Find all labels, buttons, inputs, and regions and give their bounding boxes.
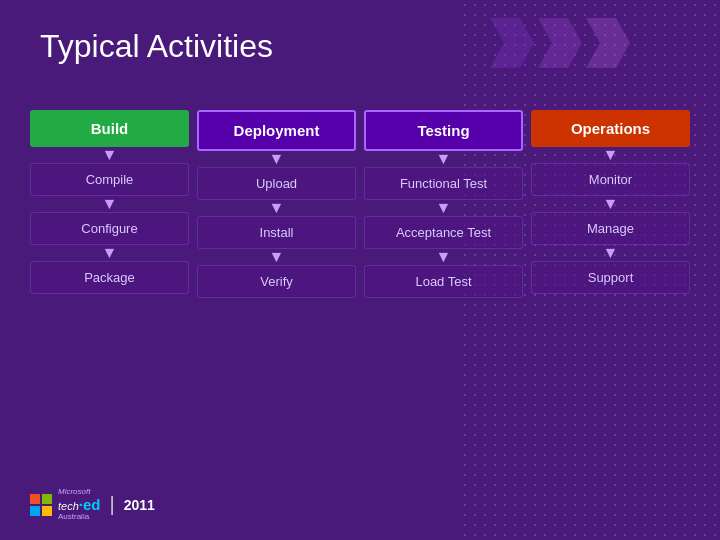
logo-region: Australia xyxy=(58,513,100,522)
logo-tech: tech xyxy=(58,500,79,512)
arrow-build-2: ▼ xyxy=(30,196,189,212)
arrow-testing-1: ▼ xyxy=(364,151,523,167)
header-testing: Testing xyxy=(364,110,523,151)
arrow-deploy-1: ▼ xyxy=(197,151,356,167)
header-operations: Operations xyxy=(531,110,690,147)
arrow-testing-2: ▼ xyxy=(364,200,523,216)
arrow-testing-3: ▼ xyxy=(364,249,523,265)
column-testing: Testing ▼ Functional Test ▼ Acceptance T… xyxy=(364,110,523,298)
arrow-deploy-2: ▼ xyxy=(197,200,356,216)
operations-item-2: Support xyxy=(531,261,690,294)
arrow-build-3: ▼ xyxy=(30,245,189,261)
arrow-build-1: ▼ xyxy=(30,147,189,163)
deployment-item-2: Verify xyxy=(197,265,356,298)
testing-item-1: Acceptance Test xyxy=(364,216,523,249)
arrow-deploy-3: ▼ xyxy=(197,249,356,265)
column-build: Build ▼ Compile ▼ Configure ▼ Package xyxy=(30,110,189,294)
build-item-2: Package xyxy=(30,261,189,294)
testing-item-0: Functional Test xyxy=(364,167,523,200)
page-title: Typical Activities xyxy=(0,0,720,65)
arrow-ops-3: ▼ xyxy=(531,245,690,261)
operations-item-1: Manage xyxy=(531,212,690,245)
logo-area: Microsoft tech·ed Australia | 2011 xyxy=(30,488,155,522)
column-operations: Operations ▼ Monitor ▼ Manage ▼ Support xyxy=(531,110,690,294)
operations-item-0: Monitor xyxy=(531,163,690,196)
arrow-ops-1: ▼ xyxy=(531,147,690,163)
arrow-ops-2: ▼ xyxy=(531,196,690,212)
build-item-1: Configure xyxy=(30,212,189,245)
deployment-item-1: Install xyxy=(197,216,356,249)
deployment-item-0: Upload xyxy=(197,167,356,200)
main-content: Build ▼ Compile ▼ Configure ▼ Package De… xyxy=(0,80,720,298)
columns-container: Build ▼ Compile ▼ Configure ▼ Package De… xyxy=(30,110,690,298)
testing-item-2: Load Test xyxy=(364,265,523,298)
microsoft-logo-icon xyxy=(30,494,52,516)
header-build: Build xyxy=(30,110,189,147)
logo-divider: | xyxy=(109,493,114,516)
header-deployment: Deployment xyxy=(197,110,356,151)
build-item-0: Compile xyxy=(30,163,189,196)
column-deployment: Deployment ▼ Upload ▼ Install ▼ Verify xyxy=(197,110,356,298)
logo-year: 2011 xyxy=(124,497,155,513)
logo-ed: ·ed xyxy=(79,497,101,514)
